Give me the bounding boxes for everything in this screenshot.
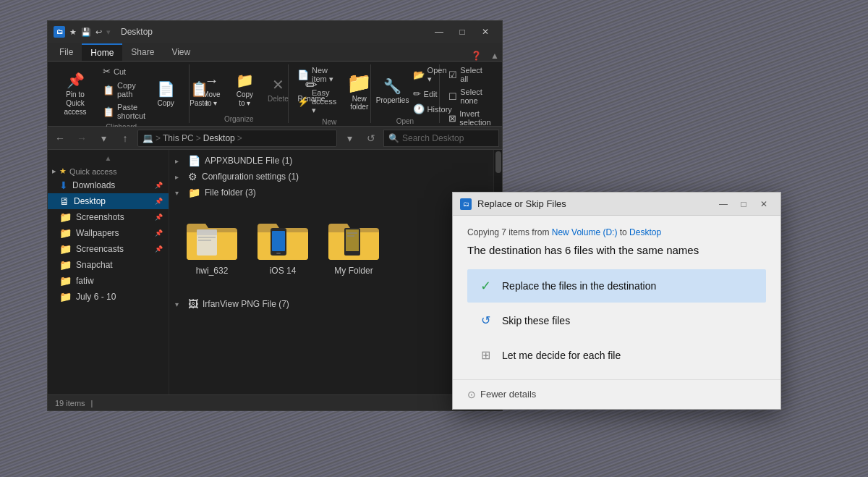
forward-button[interactable]: → — [72, 129, 91, 148]
move-icon: → — [204, 70, 218, 90]
select-none-button[interactable]: ☐ Select none — [446, 86, 493, 106]
fewer-details-label: Fewer details — [480, 389, 536, 400]
undo-icon[interactable]: ↩ — [95, 28, 102, 37]
select-all-label: Select all — [460, 66, 490, 83]
pin-to-quick-access-button[interactable]: 📌 Pin to Quickaccess — [59, 67, 91, 119]
tab-home[interactable]: Home — [82, 43, 122, 61]
explorer-title-bar: 🗂 ★ 💾 ↩ ▾ Desktop — □ ✕ — [48, 21, 502, 43]
screencasts-pin: 📌 — [155, 245, 163, 253]
quick-access-label: Quick access — [69, 167, 116, 176]
tree-item-appxbundle[interactable]: ▸ 📄 APPXBUNDLE File (1) — [169, 153, 502, 169]
copy-path-button[interactable]: 📋 Copy path — [100, 80, 148, 100]
dropdown2-button[interactable]: ▾ — [340, 129, 359, 148]
pin-label: Pin to Quickaccess — [64, 90, 87, 117]
invert-selection-button[interactable]: ⊠ Invert selection — [446, 108, 493, 128]
address-bar: ← → ▾ ↑ 💻 > This PC > Desktop > ▾ ↺ 🔍 Se… — [48, 127, 502, 150]
sidebar-item-wallpapers[interactable]: 📁 Wallpapers 📌 — [48, 225, 169, 241]
desktop-link[interactable]: Desktop — [203, 133, 235, 143]
delete-button[interactable]: ✕ Delete — [262, 72, 294, 106]
quick-access-section[interactable]: ▸ ★ Quick access — [48, 164, 169, 177]
replace-option[interactable]: ✓ Replace the files in the destination — [467, 269, 766, 303]
paste-shortcut-button[interactable]: 📋 Paste shortcut — [100, 101, 148, 122]
save-icon[interactable]: 💾 — [81, 28, 91, 37]
refresh-button[interactable]: ↺ — [362, 129, 380, 148]
sidebar-item-desktop[interactable]: 🖥 Desktop 📌 — [48, 193, 169, 209]
status-bar: 19 items | — [48, 394, 502, 410]
replace-check-icon: ✓ — [477, 278, 493, 294]
breadcrumb-bar[interactable]: 💻 > This PC > Desktop > — [137, 130, 337, 147]
open-icon: 📂 — [413, 69, 425, 80]
ribbon-collapse-btn[interactable]: ▲ — [490, 51, 499, 61]
sidebar-item-screencasts[interactable]: 📁 Screencasts 📌 — [48, 241, 169, 257]
fewer-details-button[interactable]: ⊙ Fewer details — [453, 379, 780, 409]
dropdown-button[interactable]: ▾ — [94, 129, 113, 148]
help-icon[interactable]: ❓ — [465, 51, 488, 61]
copy-button[interactable]: 📄 Copy — [150, 76, 182, 111]
paste-shortcut-icon: 📋 — [103, 106, 114, 117]
dialog-minimize-btn[interactable]: — — [714, 196, 733, 212]
close-button[interactable]: ✕ — [475, 25, 496, 39]
folder-myfolder[interactable]: My Folder — [326, 215, 382, 279]
sidebar-item-fatiw[interactable]: 📁 fatiw — [48, 273, 169, 289]
tab-file[interactable]: File — [51, 43, 82, 61]
appxbundle-icon: 📄 — [188, 155, 200, 166]
select-all-button[interactable]: ☑ Select all — [446, 64, 493, 85]
new-item-icon: 📄 — [297, 69, 309, 80]
dialog-subtitle: Copying 7 items from New Volume (D:) to … — [467, 227, 766, 237]
copy-to-label: Copyto ▾ — [237, 90, 253, 108]
copy-icon: 📄 — [157, 79, 175, 99]
select-group: ☑ Select all ☐ Select none ⊠ Invert sele… — [440, 64, 496, 123]
desktop-label: Desktop — [74, 196, 106, 206]
destination-link[interactable]: Desktop — [629, 227, 661, 237]
open-group: 🔧 Properties 📂 Open ▾ ✏ Edit 🕐 History — [371, 64, 441, 123]
properties-button[interactable]: 🔧 Properties — [377, 73, 409, 108]
tab-share[interactable]: Share — [122, 43, 163, 61]
select-items: ☑ Select all ☐ Select none ⊠ Invert sele… — [446, 64, 490, 128]
sidebar-item-screenshots[interactable]: 📁 Screenshots 📌 — [48, 209, 169, 225]
source-link[interactable]: New Volume (D:) — [552, 227, 618, 237]
skip-option[interactable]: ↺ Skip these files — [467, 304, 766, 337]
ios14-icon — [258, 218, 308, 261]
tree-item-config[interactable]: ▸ ⚙ Configuration settings (1) — [169, 169, 502, 185]
screenshots-label: Screenshots — [76, 212, 124, 222]
select-all-icon: ☑ — [448, 69, 457, 80]
tab-view[interactable]: View — [163, 43, 199, 61]
copy-to-button[interactable]: 📁 Copyto ▾ — [229, 67, 260, 111]
minimize-button[interactable]: — — [428, 25, 450, 39]
dialog-close-btn[interactable]: ✕ — [754, 196, 773, 212]
search-bar[interactable]: 🔍 Search Desktop — [383, 130, 499, 147]
easy-access-button[interactable]: ⚡ Easy access ▾ — [294, 87, 339, 117]
dialog-title-icon: 🗂 — [460, 198, 472, 210]
organize-items: → Moveto ▾ 📁 Copyto ▾ ✕ Delete ✏ Rename — [195, 64, 282, 114]
cut-label: Cut — [114, 67, 126, 76]
open-group-label: Open — [377, 116, 434, 125]
maximize-button[interactable]: □ — [451, 25, 473, 39]
folder-hwi632[interactable]: hwi_632 — [184, 215, 240, 279]
move-to-button[interactable]: → Moveto ▾ — [195, 67, 227, 111]
decide-option[interactable]: ⊞ Let me decide for each file — [467, 339, 766, 372]
scroll-up-btn[interactable]: ▲ — [48, 153, 169, 164]
quick-save-icon[interactable]: ★ — [69, 28, 77, 37]
sidebar-item-snapchat[interactable]: 📁 Snapchat — [48, 257, 169, 273]
dialog-maximize-btn[interactable]: □ — [734, 196, 753, 212]
back-button[interactable]: ← — [51, 129, 69, 148]
select-none-icon: ☐ — [448, 91, 457, 102]
myfolder-icon — [328, 218, 379, 261]
replace-label: Replace the files in the destination — [502, 280, 656, 292]
sidebar-item-downloads[interactable]: ⬇ Downloads 📌 — [48, 177, 169, 193]
up-button[interactable]: ↑ — [116, 129, 135, 148]
this-pc-link[interactable]: This PC — [163, 133, 194, 143]
copy-path-label: Copy path — [117, 81, 145, 98]
ribbon-tabs: File Home Share View ❓ ▲ — [48, 43, 502, 62]
downloads-pin: 📌 — [155, 182, 163, 189]
copy-to-icon: 📁 — [236, 70, 254, 90]
copy-paste-col: ✂ Cut 📋 Copy path 📋 Paste shortcut — [100, 64, 148, 122]
select-none-label: Select none — [460, 88, 490, 105]
new-item-button[interactable]: 📄 New item ▾ — [294, 64, 339, 85]
folder-ios14[interactable]: iOS 14 — [255, 215, 311, 279]
cut-button[interactable]: ✂ Cut — [100, 64, 148, 78]
history-icon: 🕐 — [413, 104, 425, 114]
sidebar-item-july610[interactable]: 📁 July 6 - 10 — [48, 289, 169, 305]
snapchat-label: Snapchat — [76, 260, 113, 270]
edit-icon: ✏ — [413, 88, 421, 99]
